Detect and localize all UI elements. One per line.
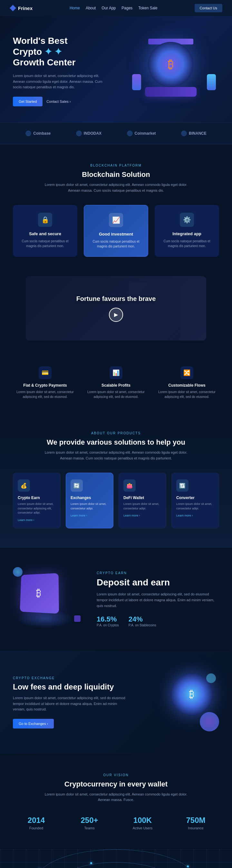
crypto-earn-learn[interactable]: Learn more › bbox=[18, 519, 56, 522]
nav-token[interactable]: Token Sale bbox=[138, 6, 157, 10]
stat-teams-value: 250+ bbox=[66, 816, 113, 825]
earn-cube: ₿ bbox=[20, 573, 59, 614]
pay-scalable: 📊 Scalable Profits Lorem ipsum dolor sit… bbox=[84, 366, 148, 399]
get-started-button[interactable]: Get Started bbox=[13, 97, 42, 106]
go-exchanges-button[interactable]: Go to Exchanges › bbox=[13, 719, 54, 728]
logo-icon bbox=[10, 5, 16, 11]
exchange-title: Low fees and deep liquidity bbox=[13, 682, 129, 691]
blockchain-section: BLOCKCHAIN PLATFORM Blockchain Solution … bbox=[0, 144, 232, 276]
hero-title: World's Best Crypto ✦ ✦ Growth Center bbox=[13, 35, 110, 68]
exchange-section: CRYPTO EXCHANGE Low fees and deep liquid… bbox=[0, 651, 232, 754]
vision-section: OUR VISION Cryptocurrency in every walle… bbox=[0, 754, 232, 849]
earn-stat-crypto-value: 16.5% bbox=[97, 615, 119, 623]
pay-custom-icon: 🔀 bbox=[180, 366, 193, 379]
partner-indodax-label: INDODAX bbox=[84, 131, 102, 136]
payment-section: 💳 Fiat & Crypto Payments Lorem ipsum dol… bbox=[0, 353, 232, 412]
nav-home[interactable]: Home bbox=[69, 6, 80, 10]
feature-app-desc: Cum sociis natoque penatibus et magnis d… bbox=[161, 239, 213, 248]
pay-custom: 🔀 Customizable Flows Lorem ipsum dolor s… bbox=[155, 366, 219, 399]
hero-buttons: Get Started Contact Sales › bbox=[13, 97, 110, 106]
vision-title: Cryptocurrency in every wallet bbox=[13, 780, 219, 788]
feature-invest-desc: Cum sociis natoque penatibus et magnis d… bbox=[90, 239, 142, 249]
crypto-earn-icon: 💰 bbox=[18, 479, 30, 492]
feature-app-name: Integrated app bbox=[161, 231, 213, 236]
blockchain-subtitle: Lorem ipsum dolor sit amet, consectetur … bbox=[39, 182, 193, 193]
products-label: ABOUT OUR PRODUCTS bbox=[13, 431, 219, 435]
partner-coinmarket-label: Coinmarket bbox=[135, 131, 156, 136]
hero-figure-right bbox=[207, 74, 216, 90]
contact-us-button[interactable]: Contact Us bbox=[195, 4, 222, 12]
pay-crypto: 💳 Fiat & Crypto Payments Lorem ipsum dol… bbox=[13, 366, 77, 399]
video-overlay: Fortune favours the brave ▶ bbox=[26, 276, 206, 341]
feature-safe-desc: Cum sociis natoque penatibus et magnis d… bbox=[19, 239, 71, 248]
feature-safe-name: Safe and secure bbox=[19, 231, 71, 236]
features-grid: 🔒 Safe and secure Cum sociis natoque pen… bbox=[13, 205, 219, 257]
defi-learn[interactable]: Learn more › bbox=[123, 514, 162, 517]
earn-float-2 bbox=[74, 615, 81, 622]
product-converter: 🔃 Converter Lorem ipsum dolor sit amet, … bbox=[171, 473, 219, 528]
hero-illustration: ₿ bbox=[129, 35, 219, 106]
binance-icon bbox=[181, 130, 187, 136]
converter-desc: Lorem ipsum dolor sit amet, consectetur … bbox=[176, 502, 214, 511]
pay-custom-desc: Lorem ipsum dolor sit amet, consectetur … bbox=[155, 390, 219, 399]
video-section: Fortune favours the brave ▶ bbox=[26, 276, 206, 341]
defi-name: DeFi Wallet bbox=[123, 496, 162, 500]
stat-teams-label: Teams bbox=[66, 826, 113, 830]
stat-users: 100K Active Users bbox=[119, 816, 166, 830]
converter-learn[interactable]: Learn more › bbox=[176, 514, 214, 517]
vision-label: OUR VISION bbox=[13, 773, 219, 777]
earn-stat-stable-label: P.A. on Stablecoins bbox=[128, 623, 156, 627]
safe-icon: 🔒 bbox=[38, 213, 52, 227]
stat-founded: 2014 Founded bbox=[13, 816, 60, 830]
exchanges-name: Exchanges bbox=[70, 496, 109, 500]
nav-about[interactable]: About bbox=[86, 6, 96, 10]
partner-binance: BINANCE bbox=[181, 130, 207, 136]
exchanges-learn[interactable]: Learn more › bbox=[70, 514, 109, 517]
partners-bar: Coinbase INDODAX Coinmarket BINANCE bbox=[0, 122, 232, 144]
video-wrapper: Fortune favours the brave ▶ bbox=[0, 276, 232, 353]
pay-scalable-icon: 📊 bbox=[110, 366, 122, 379]
nav-pages[interactable]: Pages bbox=[121, 6, 133, 10]
logo-text: Frinex bbox=[18, 5, 33, 11]
coinbase-icon bbox=[25, 130, 31, 136]
navbar: Frinex Home About Our App Pages Token Sa… bbox=[0, 0, 232, 16]
products-grid: 💰 Crypto Earn Lorem ipsum dolor sit amet… bbox=[13, 473, 219, 528]
stats-grid: 2014 Founded 250+ Teams 100K Active User… bbox=[13, 816, 219, 830]
earn-content: CRYPTO EARN Deposit and earn Lorem ipsum… bbox=[97, 571, 219, 627]
defi-desc: Lorem ipsum dolor sit amet, consectetur … bbox=[123, 502, 162, 511]
pay-scalable-desc: Lorem ipsum dolor sit amet, consectetur … bbox=[84, 390, 148, 399]
converter-icon: 🔃 bbox=[176, 479, 188, 492]
feature-invest-name: Good investment bbox=[90, 232, 142, 237]
logo[interactable]: Frinex bbox=[10, 5, 33, 11]
hero-figure-left bbox=[132, 74, 141, 90]
exchange-illustration: ₿ bbox=[142, 670, 219, 735]
play-button[interactable]: ▶ bbox=[109, 308, 123, 322]
coinmarket-icon bbox=[127, 130, 133, 136]
stat-insurance-label: Insurance bbox=[172, 826, 219, 830]
earn-desc: Lorem ipsum dolor sit amet, consectetur … bbox=[97, 592, 219, 609]
video-title: Fortune favours the brave bbox=[76, 295, 156, 303]
hero-platform-bottom bbox=[145, 87, 197, 97]
products-section: ABOUT OUR PRODUCTS We provide various so… bbox=[0, 412, 232, 548]
crypto-earn-name: Crypto Earn bbox=[18, 496, 56, 500]
stat-users-value: 100K bbox=[119, 816, 166, 825]
btc-icon: ₿ bbox=[168, 58, 174, 71]
ex-float2 bbox=[206, 673, 216, 683]
pay-crypto-icon: 💳 bbox=[39, 366, 52, 379]
earn-label: CRYPTO EARN bbox=[97, 571, 219, 575]
nav-app[interactable]: Our App bbox=[102, 6, 116, 10]
partner-coinmarket: Coinmarket bbox=[127, 130, 156, 136]
hero-subtitle: Lorem ipsum dolor sit amet, consectetur … bbox=[13, 73, 110, 90]
product-exchanges: 🔄 Exchanges Lorem ipsum dolor sit amet, … bbox=[66, 473, 113, 528]
map-section bbox=[0, 849, 232, 868]
exchanges-icon: 🔄 bbox=[70, 479, 83, 492]
product-defi: 👛 DeFi Wallet Lorem ipsum dolor sit amet… bbox=[119, 473, 166, 528]
invest-icon: 📈 bbox=[109, 213, 123, 227]
pay-custom-name: Customizable Flows bbox=[155, 383, 219, 388]
contact-sales-button[interactable]: Contact Sales › bbox=[47, 99, 70, 103]
pay-scalable-name: Scalable Profits bbox=[84, 383, 148, 388]
stat-insurance-value: 750M bbox=[172, 816, 219, 825]
vision-subtitle: Lorem ipsum dolor sit amet, consectetur … bbox=[39, 792, 193, 803]
nav-links: Home About Our App Pages Token Sale bbox=[69, 6, 157, 10]
exchange-label: CRYPTO EXCHANGE bbox=[13, 676, 129, 680]
